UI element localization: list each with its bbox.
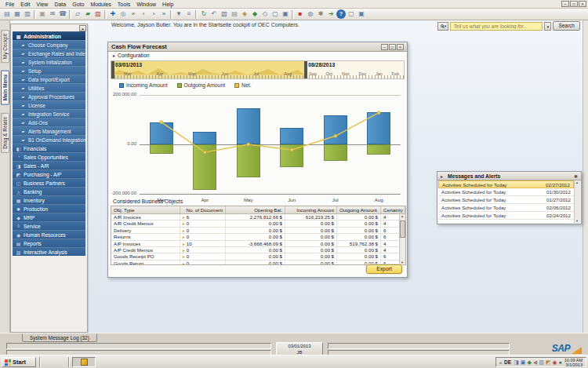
alignment-icon[interactable]: ▤ — [230, 9, 239, 19]
search-button[interactable]: Search — [553, 21, 580, 31]
doc-count-cell[interactable]: 0 — [180, 220, 226, 226]
antivirus-icon[interactable]: ◉ — [552, 359, 557, 366]
alert-row[interactable]: Activities Scheduled for Today 02/27/201… — [438, 180, 574, 188]
restore-icon[interactable]: □ — [570, 1, 578, 7]
table-row[interactable]: Goods Return 0 0.00 $ 0.00 $ 0.00 $ 6 — [111, 261, 405, 265]
sidebar-module[interactable]: ▨ Interactive Analysis — [13, 247, 85, 256]
expander-icon[interactable] — [441, 173, 445, 180]
sidebar-subitem[interactable]: Add-Ons — [13, 118, 85, 126]
clock-sync-icon[interactable]: ● — [559, 359, 562, 366]
help-icon[interactable]: ? — [336, 9, 346, 19]
scroll-thumb[interactable] — [400, 220, 405, 238]
column-header[interactable]: No. of Document — [180, 206, 226, 213]
base-document-icon[interactable]: ▢ — [270, 9, 280, 19]
column-header[interactable]: Obj. Type — [111, 206, 180, 213]
send-sms-icon[interactable]: ☎ — [58, 9, 67, 19]
last-record-icon[interactable]: » — [159, 9, 169, 19]
next-record-icon[interactable]: › — [149, 9, 158, 19]
sidebar-module[interactable]: ◬ Banking — [13, 187, 85, 195]
column-header[interactable]: Incoming Amount — [285, 206, 337, 213]
tools-icon[interactable]: ✱ — [574, 173, 578, 179]
taskbar-app-sap-b1[interactable] — [72, 357, 96, 367]
export-word-icon[interactable]: ▱ — [73, 9, 82, 19]
sidebar-module[interactable]: ◩ Purchasing - A/P — [13, 169, 85, 178]
menu-item[interactable]: Tools — [114, 2, 133, 7]
locked-document-icon[interactable]: ■ — [296, 9, 305, 19]
refresh-icon[interactable]: ↻ — [199, 9, 209, 19]
sidebar-module[interactable]: ◆ MRP — [13, 213, 85, 221]
column-header[interactable]: Opening Bal. — [226, 206, 285, 213]
sidebar-module[interactable]: ◧ Financials — [13, 144, 85, 152]
side-tab[interactable]: Drag & Relate — [1, 113, 9, 153]
menu-item[interactable]: Goto — [69, 2, 87, 7]
table-row[interactable]: A/R Invoices 6 2,276,812.66 $ 616,219.25… — [111, 214, 405, 220]
table-row[interactable]: Delivery 0 0.00 $ 0.00 $ 0.00 $ 6 — [111, 228, 405, 234]
menu-item[interactable]: File — [2, 2, 17, 7]
sidebar-module[interactable]: ◔ Sales Opportunities — [13, 152, 85, 161]
sidebar-subitem[interactable]: Approval Procedures — [13, 92, 85, 100]
doc-count-cell[interactable]: 0 — [180, 261, 226, 265]
sidebar-module[interactable]: ◉ Human Resources — [13, 230, 85, 239]
form-settings-icon[interactable]: ▧ — [220, 9, 229, 19]
column-header[interactable]: Certainty Level — [381, 206, 405, 213]
lock-screen-icon[interactable]: ▣ — [38, 9, 47, 19]
alerts-scrollbar[interactable] — [574, 180, 580, 223]
menu-item[interactable]: Modules — [87, 2, 114, 7]
sidebar-subitem[interactable]: Choose Company — [13, 40, 85, 49]
menu-item[interactable]: Help — [159, 2, 176, 7]
first-record-icon[interactable]: « — [129, 9, 138, 19]
sidebar-subitem[interactable]: Alerts Management — [13, 126, 85, 135]
user-defined-fields-icon[interactable]: ◍ — [306, 9, 315, 19]
sort-table-icon[interactable]: ≡ — [184, 9, 194, 19]
workspace-right-scrollbar[interactable] — [583, 20, 588, 333]
doc-count-cell[interactable]: 0 — [180, 228, 226, 233]
preview-icon[interactable]: ▤ — [2, 9, 12, 19]
find-record-icon[interactable]: ◎ — [118, 9, 128, 19]
table-row[interactable]: Returns 0 0.00 $ 0.00 $ 0.00 $ 6 — [111, 234, 405, 240]
payment-means-icon[interactable]: ◈ — [240, 9, 249, 19]
sidebar-item-administration[interactable]: Administration — [13, 31, 85, 40]
menu-item[interactable]: Window — [133, 2, 159, 7]
doc-count-cell[interactable]: 0 — [180, 247, 226, 253]
minimize-icon[interactable]: – — [381, 44, 388, 50]
search-dropdown-button[interactable]: ▾ — [544, 22, 551, 31]
doc-count-cell[interactable]: 0 — [180, 253, 226, 259]
sidebar-subitem[interactable]: License — [13, 100, 85, 109]
window-tile-icon[interactable]: ▣ — [357, 9, 366, 19]
add-record-icon[interactable]: ✚ — [108, 9, 118, 19]
timeline-start-handle[interactable] — [111, 61, 114, 78]
language-indicator[interactable]: DE — [504, 359, 511, 365]
configuration-expander[interactable]: Configuration — [113, 53, 149, 58]
timeline-end-handle[interactable] — [304, 61, 307, 78]
doc-count-cell[interactable]: 0 — [180, 234, 226, 239]
sidebar-subitem[interactable]: System Initialization — [13, 57, 85, 66]
volume-icon[interactable]: ◀ — [533, 359, 537, 366]
sidebar-subitem[interactable]: B1 OnDemand Integration — [13, 135, 85, 144]
table-row[interactable]: A/P Invoices 10 -3,668,468.09 $ 0.00 $ 5… — [111, 241, 405, 247]
export-button[interactable]: Export — [366, 264, 402, 274]
doc-count-cell[interactable]: 6 — [180, 214, 226, 220]
close-icon[interactable]: × — [397, 44, 404, 50]
search-icon[interactable]: ▾ — [437, 22, 448, 31]
column-header[interactable]: Outgoing Amount — [337, 206, 381, 213]
tray-collapse-icon[interactable]: « — [499, 360, 502, 365]
sidebar-module[interactable]: ◫ Business Partners — [13, 178, 85, 187]
sap-agent-icon[interactable]: ◆ — [527, 359, 531, 366]
workflow-icon[interactable]: ➔ — [326, 9, 336, 19]
table-row[interactable]: A/R Credit Memos 0 0.00 $ 0.00 $ 0.00 $ … — [111, 220, 405, 227]
table-scrollbar[interactable] — [399, 214, 405, 264]
window-cascade-icon[interactable]: ▢ — [347, 9, 356, 19]
target-document-icon[interactable]: ▣ — [281, 9, 290, 19]
previous-record-icon[interactable]: ‹ — [139, 9, 148, 19]
close-icon[interactable]: × — [579, 1, 586, 7]
volume-discount-icon[interactable]: ◇ — [260, 9, 270, 19]
sidebar-module[interactable]: ▦ Inventory — [13, 195, 85, 204]
filter-table-icon[interactable]: ▼ — [174, 9, 183, 19]
export-pdf-icon[interactable]: ▨ — [93, 9, 103, 19]
sidebar-subitem[interactable]: Utilities — [13, 83, 85, 92]
sidebar-subitem[interactable]: Integration Service — [13, 109, 85, 118]
restore-icon[interactable]: □ — [389, 44, 396, 50]
print-layout-icon[interactable]: ▥ — [23, 9, 32, 19]
export-excel-icon[interactable]: ▰ — [83, 9, 93, 19]
table-row[interactable]: A/P Credit Memos 0 0.00 $ 0.00 $ 0.00 $ … — [111, 247, 405, 253]
